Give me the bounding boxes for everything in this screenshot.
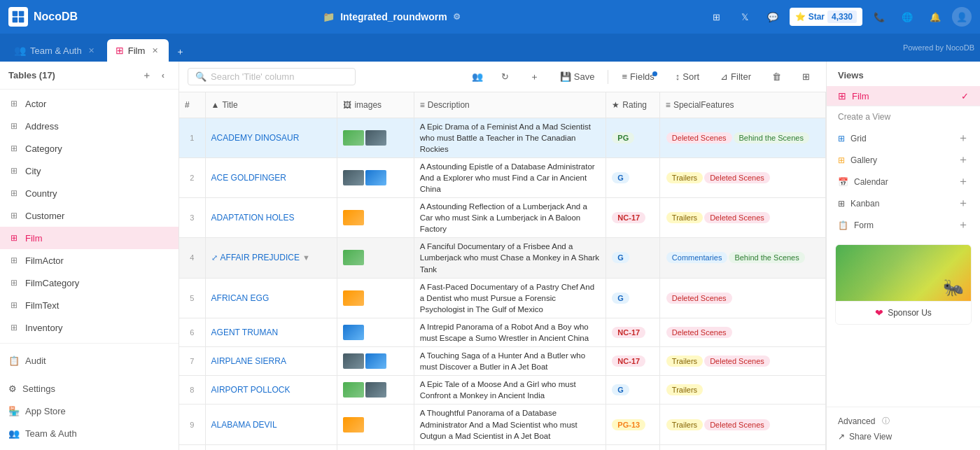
star-button[interactable]: ⭐ Star 4,330 [790,8,862,26]
app-logo[interactable]: NocoDB [8,7,78,27]
fields-button[interactable]: ≡ Fields [614,68,662,85]
share-icon[interactable]: 👥 [466,66,489,88]
sidebar-item-city[interactable]: ⊞ City [0,160,178,182]
title-link[interactable]: ACADEMY DINOSAUR [211,133,300,143]
tab-film-close[interactable]: ✕ [149,45,160,56]
title-link[interactable]: AIRPLANE SIERRA [211,356,286,366]
save-button[interactable]: 💾 Save [552,68,603,85]
phone-icon[interactable]: 📞 [868,6,890,28]
tab-team-auth[interactable]: 👥 Team & Auth ✕ [6,39,106,62]
sidebar-item-filmtext[interactable]: ⊞ FilmText [0,294,178,316]
table-row[interactable]: 9ALABAMA DEVILA Thoughtful Panorama of a… [179,405,826,444]
row-title-cell[interactable]: ALADDIN CALENDAR [205,444,337,450]
sort-button[interactable]: ↕ Sort [668,68,707,85]
view-toggle-button[interactable]: ⊞ [794,68,818,85]
create-form-view[interactable]: 📋 Form ＋ [827,214,980,236]
title-link[interactable]: AFRICAN EGG [211,293,270,303]
refresh-icon[interactable]: ↻ [494,66,517,88]
add-kanban-icon[interactable]: ＋ [958,196,969,211]
title-link[interactable]: AIRPORT POLLOCK [211,385,290,395]
add-table-button[interactable]: ＋ [139,69,153,83]
row-images-cell[interactable] [337,198,414,238]
col-header-rating[interactable]: ★Rating [606,92,660,118]
collapse-sidebar-button[interactable]: ‹ [156,69,170,83]
row-title-cell[interactable]: ⤢AFFAIR PREJUDICE▼ [205,238,337,278]
table-row[interactable]: 2ACE GOLDFINGERA Astounding Epistle of a… [179,157,826,197]
row-images-cell[interactable] [337,347,414,376]
add-tab-button[interactable]: ＋ [170,42,190,62]
row-images-cell[interactable] [337,318,414,346]
table-row[interactable]: 5AFRICAN EGGA Fast-Paced Documentary of … [179,278,826,318]
filter-button[interactable]: ⊿ Filter [713,68,759,85]
sidebar-item-inventory[interactable]: ⊞ Inventory [0,316,178,339]
user-avatar[interactable]: 👤 [952,7,972,27]
row-images-cell[interactable] [337,376,414,405]
sidebar-item-country[interactable]: ⊞ Country [0,182,178,204]
sidebar-item-settings[interactable]: ⚙ Settings [0,377,178,400]
title-link[interactable]: AGENT TRUMAN [211,328,279,337]
row-images-cell[interactable] [337,405,414,444]
add-form-icon[interactable]: ＋ [958,218,969,232]
row-images-cell[interactable] [337,278,414,318]
table-row[interactable]: 10ALADDIN CALENDARA Action-Packed Tale o… [179,444,826,450]
col-header-features[interactable]: ≡SpecialFeatures [659,92,825,118]
grid-nav-icon[interactable]: ⊞ [706,6,728,28]
title-link[interactable]: ALABAMA DEVIL [211,420,277,430]
table-row[interactable]: 7AIRPLANE SIERRAA Touching Saga of a Hun… [179,347,826,376]
row-title-cell[interactable]: ACE GOLDFINGER [205,157,337,197]
sidebar-item-team-auth[interactable]: 👥 Team & Auth [0,422,178,444]
add-grid-icon[interactable]: ＋ [958,131,969,146]
row-images-cell[interactable] [337,238,414,278]
row-title-cell[interactable]: ALABAMA DEVIL [205,405,337,444]
expand-icon[interactable]: ⤢ [211,253,218,262]
share-view-button[interactable]: ↗ Share View [838,429,969,444]
create-grid-view[interactable]: ⊞ Grid ＋ [827,127,980,149]
grid-container[interactable]: # ▲Title 🖼images ≡Description ★Rating [179,92,826,450]
sidebar-item-film[interactable]: ⊞ Film [0,227,178,249]
row-title-cell[interactable]: AFRICAN EGG [205,278,337,318]
table-row[interactable]: 6AGENT TRUMANA Intrepid Panorama of a Ro… [179,318,826,346]
chat-icon[interactable]: 💬 [762,6,784,28]
row-images-cell[interactable] [337,444,414,450]
sidebar-item-actor[interactable]: ⊞ Actor [0,92,178,115]
add-calendar-icon[interactable]: ＋ [958,174,969,189]
sidebar-item-app-store[interactable]: 🏪 App Store [0,400,178,422]
create-gallery-view[interactable]: ⊞ Gallery ＋ [827,149,980,171]
sidebar-item-audit[interactable]: 📋 Audit [0,349,178,372]
title-link[interactable]: ACE GOLDFINGER [211,173,286,183]
add-row-button[interactable]: ＋ [522,67,547,87]
sponsor-button[interactable]: ❤ Sponsor Us [836,301,971,324]
sidebar-item-address[interactable]: ⊞ Address [0,115,178,137]
table-row[interactable]: 8AIRPORT POLLOCKA Epic Tale of a Moose A… [179,376,826,405]
bell-icon[interactable]: 🔔 [924,6,946,28]
title-link[interactable]: AFFAIR PREJUDICE [220,253,300,262]
title-link[interactable]: ADAPTATION HOLES [211,213,295,223]
sidebar-item-customer[interactable]: ⊞ Customer [0,204,178,227]
sidebar-item-category[interactable]: ⊞ Category [0,137,178,160]
table-row[interactable]: 3ADAPTATION HOLESA Astounding Reflection… [179,198,826,238]
sidebar-item-filmactor[interactable]: ⊞ FilmActor [0,249,178,272]
twitter-icon[interactable]: 𝕏 [734,6,756,28]
add-gallery-icon[interactable]: ＋ [958,153,969,167]
create-kanban-view[interactable]: ⊞ Kanban ＋ [827,192,980,214]
delete-button[interactable]: 🗑 [764,68,789,85]
col-header-description[interactable]: ≡Description [414,92,606,118]
row-title-cell[interactable]: AGENT TRUMAN [205,318,337,346]
row-title-cell[interactable]: AIRPLANE SIERRA [205,347,337,376]
tab-film[interactable]: ⊞ Film ✕ [107,39,169,62]
table-row[interactable]: 1ACADEMY DINOSAURA Epic Drama of a Femin… [179,118,826,157]
row-title-cell[interactable]: ACADEMY DINOSAUR [205,118,337,157]
translate-icon[interactable]: 🌐 [896,6,918,28]
search-box[interactable]: 🔍 Search 'Title' column [188,68,356,85]
view-item-film[interactable]: ⊞ Film ✓ [827,86,980,106]
tab-team-auth-close[interactable]: ✕ [86,45,97,56]
table-row[interactable]: 4⤢AFFAIR PREJUDICE▼A Fanciful Documentar… [179,238,826,278]
col-header-images[interactable]: 🖼images [337,92,414,118]
row-images-cell[interactable] [337,157,414,197]
row-title-cell[interactable]: AIRPORT POLLOCK [205,376,337,405]
col-header-title[interactable]: ▲Title [205,92,337,118]
sidebar-item-filmcategory[interactable]: ⊞ FilmCategory [0,272,178,294]
row-images-cell[interactable] [337,118,414,157]
row-title-cell[interactable]: ADAPTATION HOLES [205,198,337,238]
create-calendar-view[interactable]: 📅 Calendar ＋ [827,171,980,192]
